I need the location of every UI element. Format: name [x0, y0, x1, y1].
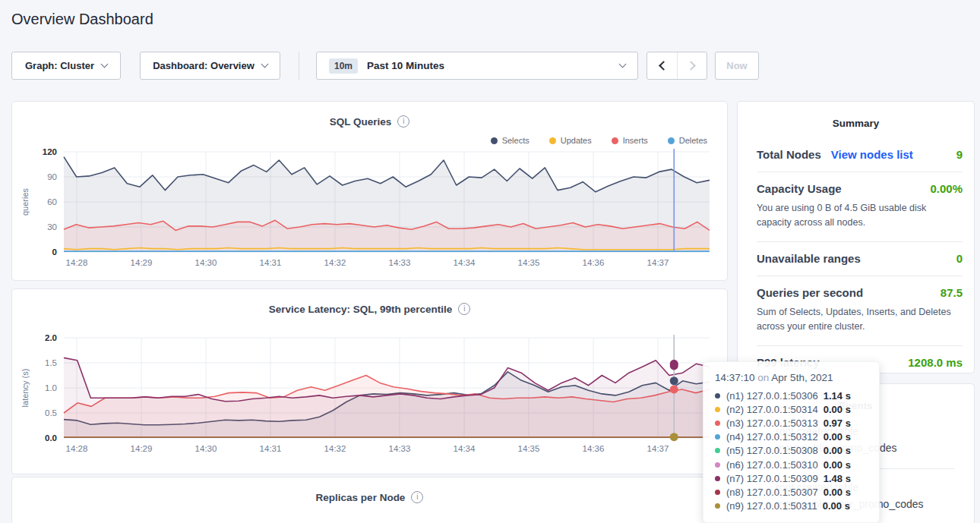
legend-dot-icon: [612, 137, 618, 144]
service-latency-card: Service Latency: SQL, 99th percentile i …: [11, 288, 728, 474]
tooltip-node-value: 1.14 s: [824, 390, 851, 402]
tooltip-node-value: 0.00 s: [824, 487, 851, 498]
svg-text:90: 90: [47, 172, 57, 181]
legend-item-deletes[interactable]: Deletes: [668, 136, 707, 145]
tooltip-node-address: (n1) 127.0.0.1:50306: [726, 390, 818, 402]
series-color-dot: [715, 462, 720, 468]
svg-text:14:36: 14:36: [583, 258, 605, 267]
sql-queries-legend: SelectsUpdatesInsertsDeletes: [491, 136, 707, 145]
tooltip-node-address: (n5) 127.0.0.1:50308: [726, 445, 818, 456]
dashboard-select-label: Dashboard: Overview: [153, 60, 254, 71]
chevron-down-icon: [261, 61, 268, 68]
svg-text:14:32: 14:32: [324, 444, 346, 453]
tooltip-node-value: 0.00 s: [824, 445, 851, 456]
time-range-label: Past 10 Minutes: [367, 60, 444, 71]
series-color-dot: [715, 503, 720, 509]
sql-queries-card: SQL Queries i SelectsUpdatesInsertsDelet…: [11, 101, 728, 281]
tooltip-timestamp: 14:37:10 on Apr 5th, 2021: [715, 372, 868, 383]
tooltip-node-value: 0.97 s: [824, 417, 851, 429]
svg-text:14:34: 14:34: [454, 258, 476, 267]
tooltip-node-value: 1.48 s: [824, 473, 851, 484]
capacity-usage-caption: You are using 0 B of 4.5 GiB usable disk…: [757, 201, 963, 231]
chevron-down-icon: [619, 61, 627, 68]
sql-queries-title: SQL Queries i: [12, 115, 727, 128]
capacity-usage-label: Capacity Usage: [757, 182, 842, 195]
svg-text:1.0: 1.0: [45, 383, 57, 392]
queries-per-second-value: 87.5: [940, 286, 963, 299]
svg-text:14:35: 14:35: [518, 258, 540, 267]
replicas-per-node-card: Replicas per Node i: [11, 477, 728, 523]
view-nodes-list-link[interactable]: View nodes list: [831, 148, 913, 161]
total-nodes-value: 9: [956, 148, 963, 161]
chevron-down-icon: [101, 61, 109, 68]
tooltip-node-address: (n9) 127.0.0.1:50311: [726, 500, 817, 512]
tooltip-node-row: (n9) 127.0.0.1:503110.00 s: [715, 499, 868, 513]
service-latency-chart[interactable]: 14:2814:2914:3014:3114:3214:3314:3414:35…: [17, 332, 725, 468]
queries-per-second-caption: Sum of Selects, Updates, Inserts, and De…: [757, 305, 963, 335]
tooltip-date: Apr 5th, 2021: [771, 372, 833, 383]
queries-per-second-label: Queries per second: [757, 286, 863, 299]
summary-panel: Summary Total Nodes View nodes list 9 Ca…: [737, 101, 975, 373]
legend-item-updates[interactable]: Updates: [549, 136, 592, 145]
time-step-back-button[interactable]: [647, 52, 677, 79]
replicas-per-node-title: Replicas per Node i: [12, 491, 727, 503]
legend-label: Selects: [502, 136, 530, 145]
total-nodes-label: Total Nodes: [757, 148, 821, 161]
dashboard-select-dropdown[interactable]: Dashboard: Overview: [140, 52, 280, 80]
svg-text:14:29: 14:29: [131, 444, 153, 453]
service-latency-title-text: Service Latency: SQL, 99th percentile: [269, 304, 453, 315]
time-step-forward-button[interactable]: [677, 52, 707, 79]
unavailable-ranges-label: Unavailable ranges: [757, 252, 861, 265]
chart-hover-tooltip: 14:37:10 on Apr 5th, 2021 (n1) 127.0.0.1…: [703, 361, 880, 523]
svg-text:14:36: 14:36: [583, 444, 605, 453]
tooltip-node-address: (n6) 127.0.0.1:50310: [726, 459, 818, 471]
time-range-dropdown[interactable]: 10m Past 10 Minutes: [316, 52, 638, 80]
now-button[interactable]: Now: [715, 52, 759, 80]
svg-text:14:37: 14:37: [647, 444, 669, 453]
overview-dashboard-page: { "page": { "title": "Overview Dashboard…: [0, 0, 980, 523]
svg-text:14:33: 14:33: [389, 258, 411, 267]
legend-dot-icon: [668, 137, 675, 144]
svg-text:14:31: 14:31: [260, 444, 282, 453]
sql-queries-chart[interactable]: 14:2814:2914:3014:3114:3214:3314:3414:35…: [17, 146, 725, 282]
summary-title: Summary: [738, 102, 974, 129]
tooltip-node-address: (n2) 127.0.0.1:50314: [726, 404, 818, 415]
legend-label: Deletes: [679, 136, 707, 145]
svg-text:0.5: 0.5: [45, 408, 57, 417]
svg-text:14:28: 14:28: [66, 444, 88, 453]
unavailable-ranges-value: 0: [956, 252, 963, 265]
legend-item-inserts[interactable]: Inserts: [612, 136, 648, 145]
tooltip-on: on: [757, 372, 771, 383]
tooltip-node-row: (n7) 127.0.0.1:503091.48 s: [715, 471, 868, 485]
tooltip-node-address: (n4) 127.0.0.1:50312: [726, 431, 818, 443]
info-icon[interactable]: i: [397, 115, 409, 128]
svg-text:14:33: 14:33: [389, 444, 411, 453]
svg-text:latency (s): latency (s): [21, 369, 30, 408]
dashboard-controls: Graph: Cluster Dashboard: Overview 10m P…: [11, 52, 759, 80]
series-color-dot: [715, 448, 720, 453]
controls-divider: [299, 52, 299, 80]
time-range-badge: 10m: [329, 58, 358, 74]
series-color-dot: [715, 407, 720, 412]
tooltip-node-row: (n4) 127.0.0.1:503120.00 s: [715, 430, 868, 444]
series-color-dot: [715, 421, 720, 426]
svg-text:1.5: 1.5: [45, 358, 57, 367]
legend-item-selects[interactable]: Selects: [491, 136, 530, 145]
svg-text:14:29: 14:29: [131, 258, 153, 267]
series-color-dot: [715, 476, 720, 481]
tooltip-node-address: (n8) 127.0.0.1:50307: [726, 487, 818, 498]
info-icon[interactable]: i: [458, 303, 470, 315]
tooltip-node-row: (n5) 127.0.0.1:503080.00 s: [715, 444, 868, 458]
svg-text:14:28: 14:28: [66, 258, 88, 267]
tooltip-node-address: (n7) 127.0.0.1:50309: [726, 473, 818, 484]
tooltip-node-address: (n3) 127.0.0.1:50313: [726, 417, 818, 429]
svg-text:14:30: 14:30: [195, 258, 217, 267]
p99-latency-value: 1208.0 ms: [908, 356, 963, 369]
graph-scope-dropdown[interactable]: Graph: Cluster: [11, 52, 121, 80]
summary-rows: Total Nodes View nodes list 9 Capacity U…: [738, 138, 974, 380]
info-icon[interactable]: i: [411, 491, 423, 503]
tooltip-node-value: 0.00 s: [824, 431, 851, 443]
tooltip-node-value: 0.00 s: [824, 404, 851, 415]
capacity-usage-value: 0.00%: [930, 182, 963, 195]
tooltip-time: 14:37:10: [715, 372, 755, 383]
